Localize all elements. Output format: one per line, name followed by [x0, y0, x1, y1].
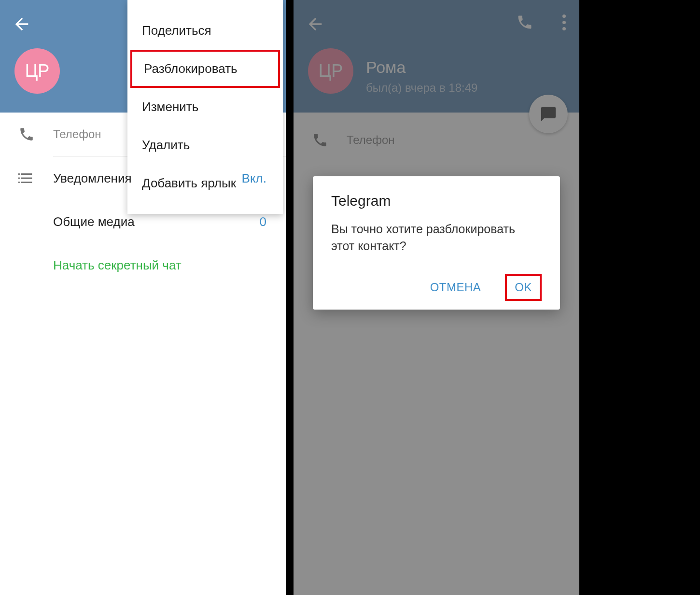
avatar[interactable]: ЦР: [14, 48, 60, 94]
dialog-message: Вы точно хотите разблокировать этот конт…: [331, 221, 542, 255]
cancel-button[interactable]: ОТМЕНА: [420, 274, 491, 301]
menu-item-share[interactable]: Поделиться: [127, 12, 283, 50]
profile-pane-left: ЦР Поделиться Разблокировать Изменить Уд…: [0, 0, 286, 595]
phone-label: Телефон: [53, 128, 101, 141]
back-button[interactable]: [12, 14, 31, 34]
shared-media-row[interactable]: Общие медиа 0: [0, 200, 286, 243]
notifications-label: Уведомления: [53, 171, 132, 186]
shared-media-value: 0: [260, 214, 266, 229]
dialog-title: Telegram: [331, 193, 542, 209]
phone-row[interactable]: Телефон: [0, 113, 286, 156]
confirm-dialog: Telegram Вы точно хотите разблокировать …: [313, 176, 560, 310]
ok-button[interactable]: OK: [505, 274, 542, 301]
menu-item-unblock[interactable]: Разблокировать: [130, 50, 280, 88]
notifications-row[interactable]: Уведомления Вкл.: [0, 156, 286, 200]
phone-icon: [18, 126, 35, 142]
pane-divider: [286, 0, 290, 595]
dialog-actions: ОТМЕНА OK: [331, 274, 542, 301]
notifications-value: Вкл.: [242, 171, 266, 186]
avatar-initials: ЦР: [25, 61, 50, 81]
shared-media-label: Общие медиа: [53, 214, 135, 229]
start-secret-chat[interactable]: Начать секретный чат: [0, 243, 286, 287]
arrow-left-icon: [12, 14, 31, 34]
list-icon: [18, 172, 35, 184]
profile-pane-right: ЦР Рома был(а) вчера в 18:49 Телефон Tel…: [294, 0, 579, 595]
profile-content: Телефон Уведомления Вкл. Общие медиа 0 Н…: [0, 113, 286, 287]
